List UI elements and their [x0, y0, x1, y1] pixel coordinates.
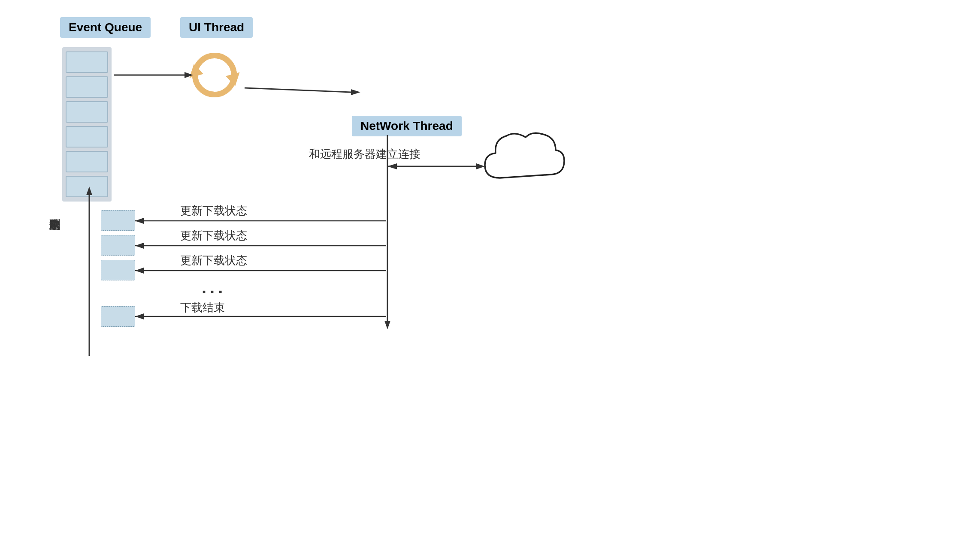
queue-item-1 — [66, 51, 108, 73]
ui-thread-label: UI Thread — [180, 17, 253, 38]
connect-label: 和远程服务器建立连接 — [309, 147, 420, 162]
svg-marker-9 — [384, 321, 390, 329]
update-download-label-3: 更新下载状态 — [180, 253, 247, 268]
svg-marker-14 — [135, 218, 144, 224]
svg-marker-12 — [387, 163, 397, 169]
vertical-axis — [83, 187, 96, 362]
msg-item-4 — [101, 306, 135, 327]
queue-item-5 — [66, 151, 108, 172]
event-queue-container — [62, 47, 112, 202]
sync-icon — [187, 47, 242, 103]
queue-item-3 — [66, 101, 108, 123]
diagram-container: Event Queue UI Thread NetWork Thread 依次添… — [0, 0, 980, 551]
svg-marker-18 — [135, 268, 144, 274]
arrows-svg — [0, 0, 980, 551]
svg-marker-3 — [86, 187, 92, 195]
msg-item-3 — [101, 260, 135, 280]
queue-item-4 — [66, 126, 108, 148]
update-download-label-1: 更新下载状态 — [180, 203, 247, 218]
msg-item-2 — [101, 235, 135, 256]
queue-item-2 — [66, 76, 108, 98]
svg-marker-16 — [135, 243, 144, 249]
svg-marker-20 — [135, 313, 144, 319]
svg-line-6 — [245, 88, 351, 92]
download-end-label: 下载结束 — [180, 300, 225, 315]
event-queue-label: Event Queue — [60, 17, 151, 38]
msg-item-1 — [101, 210, 135, 231]
svg-marker-7 — [351, 89, 360, 95]
ellipsis: ... — [202, 278, 226, 297]
update-download-label-2: 更新下载状态 — [180, 228, 247, 243]
cloud-icon — [476, 126, 571, 191]
network-thread-label: NetWork Thread — [352, 116, 462, 136]
